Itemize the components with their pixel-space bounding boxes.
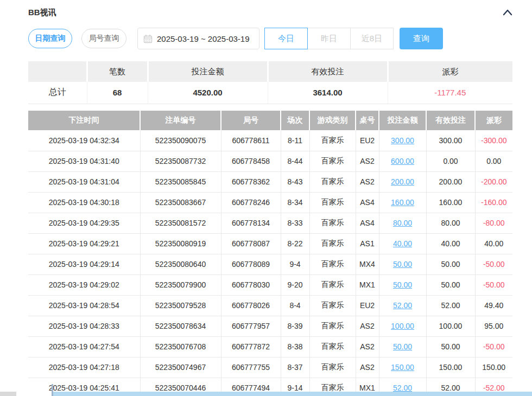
round-number-cell: 606778030	[221, 274, 281, 295]
order-number-cell: 522350079528	[140, 295, 221, 316]
calendar-icon	[143, 34, 153, 43]
round-number-cell: 606778134	[221, 213, 281, 233]
order-number-cell: 522350079900	[140, 274, 221, 295]
payout-cell: 95.00	[475, 316, 512, 336]
bet-amount-cell: 50.00	[379, 254, 426, 274]
bet-amount-cell: 600.00	[379, 151, 426, 171]
valid-bet-cell: 200.00	[426, 171, 475, 192]
bet-amount-link[interactable]: 50.00	[393, 280, 412, 289]
table-number-cell: EU2	[356, 295, 379, 316]
bet-amount-link[interactable]: 50.00	[393, 260, 412, 269]
valid-bet-cell: 160.00	[426, 192, 475, 213]
session-cell: 8-4	[281, 295, 309, 316]
chevron-up-icon[interactable]	[503, 9, 512, 16]
search-button[interactable]: 查询	[400, 28, 443, 49]
table-number-cell: AS1	[356, 233, 379, 254]
summary-header-valid-bet: 有效投注	[268, 61, 388, 82]
table-number-cell: AS2	[356, 151, 379, 171]
bet-amount-link[interactable]: 150.00	[391, 363, 414, 372]
bottom-scrollbar-thumb[interactable]	[53, 392, 532, 396]
bet-amount-link[interactable]: 50.00	[393, 342, 412, 351]
bet-time-cell: 2025-03-19 04:29:14	[28, 254, 140, 274]
session-cell: 9-20	[281, 274, 309, 295]
bet-records-table: 下注时间 注单编号 局号 场次 游戏类别 桌号 投注金额 有效投注 派彩 202…	[28, 111, 512, 396]
header-bet-time: 下注时间	[28, 111, 140, 130]
bet-time-cell: 2025-03-19 04:27:54	[28, 336, 140, 357]
game-type-cell: 百家乐	[309, 274, 356, 295]
bet-amount-link[interactable]: 600.00	[391, 157, 414, 165]
bet-time-cell: 2025-03-19 04:29:21	[28, 233, 140, 254]
game-type-cell: 百家乐	[309, 192, 356, 213]
bet-time-cell: 2025-03-19 04:31:40	[28, 151, 140, 171]
table-row: 2025-03-19 04:31:04 522350085845 6067783…	[28, 171, 512, 192]
today-button[interactable]: 今日	[264, 28, 308, 49]
bet-amount-link[interactable]: 40.00	[393, 239, 412, 248]
game-type-cell: 百家乐	[309, 357, 356, 378]
session-cell: 8-39	[281, 316, 309, 336]
round-number-cell: 606777872	[221, 336, 281, 357]
table-number-cell: AS2	[356, 357, 379, 378]
order-number-cell: 522350080640	[140, 254, 221, 274]
header-round-number: 局号	[221, 111, 281, 130]
round-number-cell: 606778362	[221, 171, 281, 192]
bet-amount-cell: 160.00	[379, 192, 426, 213]
order-number-cell: 522350085845	[140, 171, 221, 192]
valid-bet-cell: 50.00	[426, 336, 475, 357]
last-8-days-button[interactable]: 近8日	[350, 28, 394, 49]
bet-time-cell: 2025-03-19 04:29:35	[28, 213, 140, 233]
payout-cell: 0.00	[475, 151, 512, 171]
summary-bet-amount-value: 4520.00	[148, 82, 268, 104]
bet-amount-link[interactable]: 200.00	[391, 177, 414, 186]
bet-amount-cell: 50.00	[379, 274, 426, 295]
table-row: 2025-03-19 04:29:02 522350079900 6067780…	[28, 274, 512, 295]
bet-amount-link[interactable]: 300.00	[391, 136, 414, 145]
session-cell: 8-38	[281, 336, 309, 357]
bet-amount-cell: 300.00	[379, 130, 426, 151]
header-game-type: 游戏类别	[309, 111, 356, 130]
table-row: 2025-03-19 04:27:18 522350074967 6067777…	[28, 357, 512, 378]
summary-total-row: 总计 68 4520.00 3614.00 -1177.45	[28, 82, 512, 104]
summary-header-bet-amount: 投注金额	[148, 61, 268, 82]
session-cell: 8-44	[281, 151, 309, 171]
summary-header-count: 笔数	[87, 61, 148, 82]
session-cell: 8-11	[281, 130, 309, 151]
round-number-cell: 606777957	[221, 316, 281, 336]
yesterday-button[interactable]: 昨日	[307, 28, 351, 49]
payout-cell: 150.00	[475, 357, 512, 378]
bet-amount-cell: 150.00	[379, 357, 426, 378]
order-number-cell: 522350074967	[140, 357, 221, 378]
round-number-cell: 606778089	[221, 254, 281, 274]
summary-header-row: 笔数 投注金额 有效投注 派彩	[28, 61, 512, 82]
bb-video-panel: BB视讯 日期查询 局号查询 2025-03-19 ~ 2025-03-19 今	[0, 0, 532, 396]
bottom-left-scrollbar-corner	[0, 392, 16, 396]
date-query-button[interactable]: 日期查询	[28, 29, 72, 48]
bet-amount-link[interactable]: 52.00	[393, 384, 412, 392]
round-number-cell: 606777755	[221, 357, 281, 378]
bet-amount-cell: 40.00	[379, 233, 426, 254]
order-number-cell: 522350087732	[140, 151, 221, 171]
bet-amount-link[interactable]: 52.00	[393, 301, 412, 310]
table-row: 2025-03-19 04:29:35 522350081572 6067781…	[28, 213, 512, 233]
payout-cell: -80.00	[475, 213, 512, 233]
valid-bet-cell: 50.00	[426, 254, 475, 274]
round-query-button[interactable]: 局号查询	[81, 29, 126, 48]
game-type-cell: 百家乐	[309, 295, 356, 316]
date-range-input[interactable]: 2025-03-19 ~ 2025-03-19	[137, 28, 259, 49]
header-table-number: 桌号	[356, 111, 379, 130]
session-cell: 8-33	[281, 213, 309, 233]
order-number-cell: 522350081572	[140, 213, 221, 233]
table-row: 2025-03-19 04:32:34 522350090075 6067786…	[28, 130, 512, 151]
bet-time-cell: 2025-03-19 04:31:04	[28, 171, 140, 192]
game-type-cell: 百家乐	[309, 213, 356, 233]
valid-bet-cell: 50.00	[426, 274, 475, 295]
bet-amount-link[interactable]: 100.00	[391, 322, 414, 330]
table-row: 2025-03-19 04:31:40 522350087732 6067784…	[28, 151, 512, 171]
game-type-cell: 百家乐	[309, 254, 356, 274]
header-bet-amount: 投注金额	[379, 111, 426, 130]
game-type-cell: 百家乐	[309, 151, 356, 171]
bet-time-cell: 2025-03-19 04:27:18	[28, 357, 140, 378]
summary-header-payout: 派彩	[388, 61, 512, 82]
bet-amount-link[interactable]: 80.00	[393, 219, 412, 227]
table-number-cell: AS2	[356, 316, 379, 336]
bet-amount-link[interactable]: 160.00	[391, 198, 414, 207]
